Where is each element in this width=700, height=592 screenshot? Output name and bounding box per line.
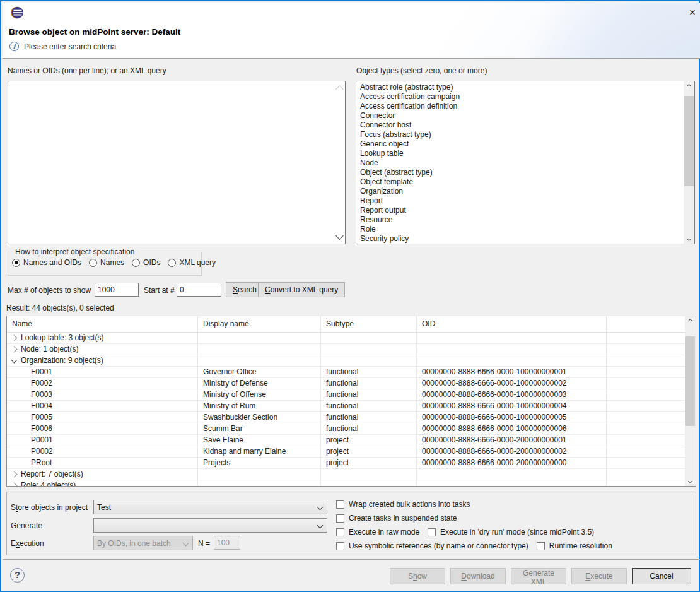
generate-xml-button[interactable]: Generate XML xyxy=(511,568,566,584)
row-name: Node: 1 object(s) xyxy=(21,345,78,353)
store-project-select[interactable]: Test xyxy=(93,500,327,514)
row-name: PRoot xyxy=(31,458,52,467)
column-header-name[interactable]: Name xyxy=(7,316,198,332)
table-group-row[interactable]: Organization: 9 object(s) xyxy=(7,355,685,367)
scroll-up-icon[interactable] xyxy=(685,316,696,326)
object-type-option-security-policy[interactable]: Security policy xyxy=(356,234,684,244)
table-row[interactable]: P0002Kidnap and marry Elaineproject00000… xyxy=(7,446,685,458)
cell-empty xyxy=(607,446,685,458)
suspended-tasks-checkbox[interactable] xyxy=(336,514,344,523)
table-row[interactable]: F0005Swashbuckler Sectionfunctional00000… xyxy=(7,412,685,423)
radio-oids[interactable]: OIDs xyxy=(132,258,160,267)
chevron-right-icon[interactable] xyxy=(11,471,18,478)
object-type-option-connector[interactable]: Connector xyxy=(356,111,684,121)
cell-oid xyxy=(417,480,607,487)
radio-circle-icon xyxy=(89,259,97,267)
chevron-right-icon[interactable] xyxy=(11,346,18,353)
generate-select[interactable] xyxy=(93,518,327,533)
dialog-title: Browse object on midPoint server: Defaul… xyxy=(9,27,180,37)
column-header-subtype[interactable]: Subtype xyxy=(321,316,417,332)
start-at-input[interactable] xyxy=(177,283,221,297)
batch-size-input[interactable] xyxy=(214,536,240,550)
cancel-button[interactable]: Cancel xyxy=(632,568,691,584)
cell-display-name: Ministry of Rum xyxy=(198,401,321,412)
cell-subtype: functional xyxy=(321,423,417,435)
result-table-header: Name Display name Subtype OID xyxy=(7,316,685,333)
cell-name: F0001 xyxy=(7,367,198,378)
object-types-listbox[interactable]: Abstract role (abstract type)Access cert… xyxy=(356,81,695,244)
object-type-option-access-certification-definition[interactable]: Access certification definition xyxy=(356,102,684,111)
object-type-option-access-certification-campaign[interactable]: Access certification campaign xyxy=(356,92,684,102)
table-group-row[interactable]: Report: 7 object(s) xyxy=(7,469,685,480)
object-type-option-connector-host[interactable]: Connector host xyxy=(356,121,684,130)
cell-subtype xyxy=(321,469,417,480)
cell-display-name: Save Elaine xyxy=(198,435,321,446)
radio-names[interactable]: Names xyxy=(89,258,124,267)
download-button[interactable]: Download xyxy=(450,568,506,584)
execute-button[interactable]: Execute xyxy=(571,568,627,584)
radio-names-and-oids[interactable]: Names and OIDs xyxy=(12,258,81,267)
help-icon[interactable]: ? xyxy=(10,568,25,583)
table-row[interactable]: F0002Ministry of Defensefunctional000000… xyxy=(7,378,685,389)
table-row[interactable]: PRootProjectsproject00000000-8888-6666-0… xyxy=(7,458,685,469)
chevron-down-icon xyxy=(317,504,324,511)
chevron-right-icon[interactable] xyxy=(11,335,18,341)
radio-label: OIDs xyxy=(143,258,160,267)
object-type-option-node[interactable]: Node xyxy=(356,158,684,168)
scroll-down-icon[interactable] xyxy=(685,477,696,486)
table-row[interactable]: F0003Ministry of Offensefunctional000000… xyxy=(7,389,685,401)
convert-to-xml-query-button[interactable]: Convert to XML query xyxy=(258,282,345,297)
scroll-up-icon[interactable] xyxy=(684,81,694,91)
raw-mode-checkbox[interactable] xyxy=(336,528,344,536)
chevron-up-icon[interactable] xyxy=(335,85,344,93)
dry-run-checkbox[interactable] xyxy=(428,528,436,536)
object-type-option-report-output[interactable]: Report output xyxy=(356,206,684,215)
object-type-option-object-template[interactable]: Object template xyxy=(356,177,684,187)
runtime-resolution-checkbox[interactable] xyxy=(537,542,545,550)
wrap-tasks-checkbox[interactable] xyxy=(336,500,344,509)
execution-select[interactable]: By OIDs, in one batch xyxy=(93,536,193,550)
scrollbar-thumb[interactable] xyxy=(684,96,694,186)
table-group-row[interactable]: Lookup table: 3 object(s) xyxy=(7,333,685,344)
symbolic-references-checkbox[interactable] xyxy=(336,542,344,550)
cell-oid: 00000000-8888-6666-0000-100000000006 xyxy=(417,423,607,435)
cell-subtype: project xyxy=(321,446,417,458)
result-table-scrollbar[interactable] xyxy=(685,316,696,486)
close-icon[interactable]: × xyxy=(685,5,700,20)
show-button[interactable]: Show xyxy=(390,568,445,584)
object-type-option-lookup-table[interactable]: Lookup table xyxy=(356,149,684,158)
object-type-option-organization[interactable]: Organization xyxy=(356,187,684,196)
object-types-scrollbar[interactable] xyxy=(684,81,694,244)
object-type-option-role[interactable]: Role xyxy=(356,225,684,234)
table-group-row[interactable]: Node: 1 object(s) xyxy=(7,344,685,355)
table-row[interactable]: F0004Ministry of Rumfunctional00000000-8… xyxy=(7,401,685,412)
object-type-option-resource[interactable]: Resource xyxy=(356,215,684,225)
table-row[interactable]: F0006Scumm Barfunctional00000000-8888-66… xyxy=(7,423,685,435)
table-row[interactable]: F0001Governor Officefunctional00000000-8… xyxy=(7,367,685,378)
scroll-down-icon[interactable] xyxy=(684,234,694,244)
object-type-option-report[interactable]: Report xyxy=(356,196,684,206)
cell-empty xyxy=(607,423,685,435)
chevron-right-icon[interactable] xyxy=(11,483,18,487)
table-row[interactable]: P0001Save Elaineproject00000000-8888-666… xyxy=(7,435,685,446)
banner: × Browse object on midPoint server: Defa… xyxy=(3,3,700,58)
object-type-option-generic-object[interactable]: Generic object xyxy=(356,139,684,149)
scrollbar-thumb[interactable] xyxy=(685,336,695,426)
object-type-option-abstract-role-abstract-type[interactable]: Abstract role (abstract type) xyxy=(356,83,684,92)
object-type-option-focus-abstract-type[interactable]: Focus (abstract type) xyxy=(356,130,684,139)
chevron-down-icon[interactable] xyxy=(11,357,18,364)
column-header-oid[interactable]: OID xyxy=(417,316,607,332)
cell-name: P0001 xyxy=(7,435,198,446)
chevron-down-icon[interactable] xyxy=(335,232,344,240)
object-type-option-object-abstract-type[interactable]: Object (abstract type) xyxy=(356,168,684,177)
banner-separator xyxy=(3,58,700,59)
cell-display-name: Swashbuckler Section xyxy=(198,412,321,423)
column-header-display-name[interactable]: Display name xyxy=(198,316,321,332)
table-group-row[interactable]: Role: 4 object(s) xyxy=(7,480,685,487)
max-objects-input[interactable] xyxy=(95,283,139,297)
dry-run-label: Execute in 'dry run' mode (since midPoin… xyxy=(440,528,594,536)
cell-empty xyxy=(607,333,685,344)
names-oids-textarea[interactable] xyxy=(8,81,346,244)
radio-xml-query[interactable]: XML query xyxy=(168,258,216,267)
names-oids-label: Names or OIDs (one per line); or an XML … xyxy=(8,66,166,75)
